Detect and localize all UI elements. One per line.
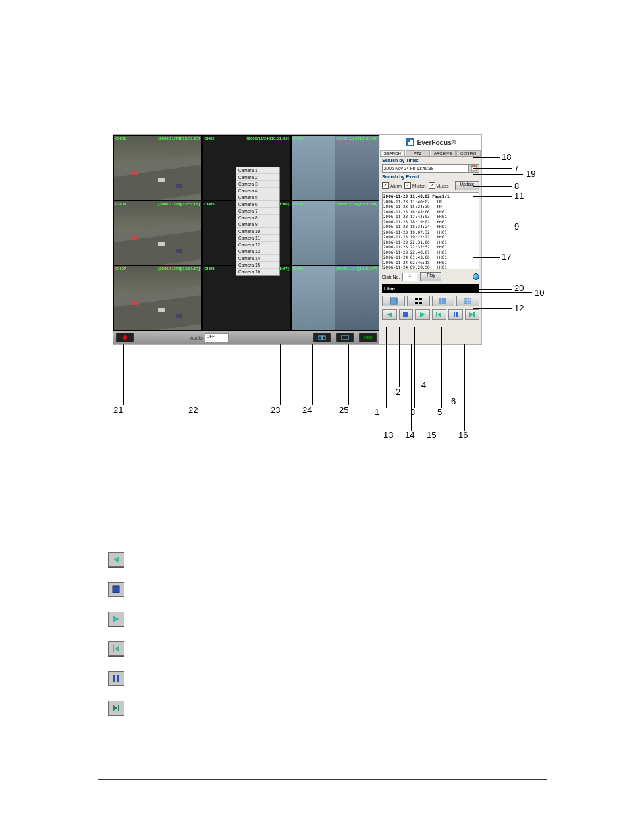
event-row[interactable]: 2006-11-23 16:45:06 HH01 [383, 209, 478, 215]
checkbox-motion[interactable]: ✓Motion [404, 182, 426, 189]
event-list[interactable]: 2006-11-23 11:40:02 Page1/12006-11-23 11… [382, 192, 479, 269]
annot-7: 7 [514, 163, 519, 173]
event-row[interactable]: 2006-11-24 09:28:58 HH01 [383, 265, 478, 269]
search-time-input[interactable] [382, 164, 468, 173]
camera-tile[interactable]: CH03[2006/11/24][13:51:06] [291, 135, 379, 200]
svg-marker-49 [113, 616, 119, 622]
tab-search[interactable]: SEARCH [380, 150, 405, 156]
svg-point-1 [321, 337, 323, 339]
update-button[interactable]: Update [455, 181, 479, 190]
pause-button[interactable] [448, 309, 463, 320]
layout-4x4-button[interactable] [456, 296, 479, 306]
layout-2x2-button[interactable] [407, 296, 430, 306]
svg-marker-51 [115, 645, 119, 652]
event-row[interactable]: 2006-11-24 02:46:18 HH01 [383, 260, 478, 265]
camera-menu-item[interactable]: Camera 6 [236, 201, 279, 208]
side-panel: EverFocus® SEARCH PTZ ARCHIVE CONFIG Sea… [380, 135, 481, 344]
play-button[interactable]: Play [420, 272, 441, 281]
step-fwd-icon [108, 701, 124, 716]
svg-rect-31 [466, 301, 468, 302]
checkbox-alarm[interactable]: ✓Alarm [382, 182, 402, 189]
camera-tile[interactable]: CH06[2006/11/24][13:51:06] [291, 200, 379, 266]
rewind-icon [108, 552, 124, 567]
step-fwd-button[interactable] [465, 309, 480, 320]
annot-1: 1 [375, 407, 379, 417]
camera-tile[interactable]: CH09[2006/11/24][13:51:07] [291, 265, 379, 331]
svg-rect-11 [415, 302, 418, 304]
event-row[interactable]: 2006-11-23 22:40:07 HH01 [383, 250, 478, 255]
tab-ptz[interactable]: PTZ [406, 150, 431, 156]
camera-menu-item[interactable]: Camera 10 [236, 228, 279, 235]
tab-archive[interactable]: ARCHIVE [431, 150, 456, 156]
camera-menu-item[interactable]: Camera 3 [236, 181, 279, 188]
event-row[interactable]: 2006-11-23 18:34:24 HH01 [383, 224, 478, 230]
stop-button[interactable] [399, 309, 414, 320]
svg-rect-30 [464, 301, 466, 302]
annot-15: 15 [427, 430, 436, 440]
event-row[interactable]: 2006-11-23 19:22:21 HH01 [383, 234, 478, 240]
svg-rect-7 [471, 166, 477, 167]
camera-menu-item[interactable]: Camera 8 [236, 215, 279, 221]
forward-button[interactable] [415, 309, 430, 320]
svg-rect-15 [444, 298, 446, 300]
svg-rect-28 [468, 300, 469, 301]
camera-tile[interactable]: CH07[2006/11/24][13:51:07] [113, 265, 202, 331]
layout-3x3-button[interactable] [432, 296, 455, 306]
svg-rect-44 [456, 312, 458, 317]
svg-rect-43 [454, 312, 455, 317]
svg-marker-54 [113, 705, 117, 711]
annot-24: 24 [302, 405, 312, 415]
rewind-button[interactable] [382, 309, 397, 320]
tab-config[interactable]: CONFIG [456, 150, 481, 156]
svg-rect-33 [470, 301, 471, 302]
annot-2: 2 [396, 387, 400, 397]
annot-11: 11 [514, 191, 524, 201]
svg-rect-8 [390, 298, 397, 304]
camera-menu-item[interactable]: Camera 11 [236, 235, 279, 242]
annot-23: 23 [271, 405, 280, 415]
event-row[interactable]: 2006-11-23 18:19:07 HH01 [383, 219, 478, 225]
play-icon [108, 612, 124, 626]
camera-menu-item[interactable]: Camera 4 [236, 188, 279, 194]
annot-25: 25 [339, 405, 348, 415]
event-row[interactable]: 2006-11-23 11:40:02 LN [383, 199, 478, 205]
camera-menu-item[interactable]: Camera 15 [236, 262, 279, 269]
event-row[interactable]: 2006-11-23 15:24:39 PH [383, 204, 478, 209]
event-row[interactable]: 2006-11-23 22:31:06 HH01 [383, 240, 478, 245]
fullscreen-button[interactable] [336, 333, 354, 342]
svg-rect-19 [439, 302, 441, 304]
record-button[interactable] [116, 333, 134, 342]
camera-tile[interactable]: CH04[2006/11/24][13:51:06] [113, 200, 202, 266]
svg-rect-48 [113, 586, 119, 593]
event-row[interactable]: 2006-11-24 01:43:06 HH01 [383, 254, 478, 260]
event-row[interactable]: 2006-11-23 19:07:32 HH01 [383, 230, 478, 235]
camera-menu-item[interactable]: Camera 9 [236, 221, 279, 228]
snapshot-button[interactable] [313, 333, 331, 342]
svg-rect-36 [468, 303, 469, 304]
camera-menu-item[interactable]: Camera 1 [236, 167, 279, 174]
annot-22: 22 [188, 405, 198, 415]
camera-context-menu[interactable]: Camera 1Camera 2Camera 3Camera 4Camera 5… [236, 167, 280, 276]
osd-button[interactable]: OSD [359, 333, 377, 342]
svg-marker-40 [420, 312, 425, 317]
step-back-button[interactable] [432, 309, 447, 320]
svg-rect-17 [442, 300, 444, 302]
svg-rect-29 [470, 300, 471, 301]
event-row[interactable]: 2006-11-23 17:43:03 HH01 [383, 214, 478, 219]
camera-menu-item[interactable]: Camera 16 [236, 269, 279, 275]
camera-menu-item[interactable]: Camera 2 [236, 174, 279, 181]
audio-select[interactable]: OFF [205, 333, 229, 342]
checkbox-vloss[interactable]: ✓VLoss [429, 182, 449, 189]
camera-menu-item[interactable]: Camera 14 [236, 255, 279, 262]
camera-tile[interactable]: CH01[2006/11/24][13:51:05] [113, 135, 202, 200]
camera-menu-item[interactable]: Camera 13 [236, 248, 279, 255]
camera-menu-item[interactable]: Camera 12 [236, 242, 279, 248]
camera-menu-item[interactable]: Camera 7 [236, 208, 279, 215]
status-led-icon [473, 273, 479, 280]
layout-1x1-button[interactable] [382, 296, 405, 306]
camera-menu-item[interactable]: Camera 5 [236, 194, 279, 201]
event-row[interactable]: 2006-11-23 22:37:57 HH01 [383, 244, 478, 250]
svg-rect-27 [466, 300, 468, 301]
software-window: CH01[2006/11/24][13:51:05]CH02[2006/11/2… [113, 134, 482, 345]
disk-select[interactable]: 1 [402, 273, 417, 281]
